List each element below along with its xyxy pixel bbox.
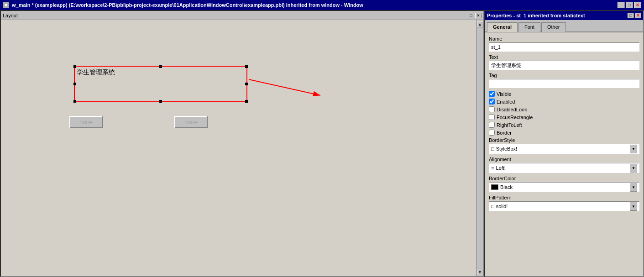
text-input[interactable] (489, 61, 639, 70)
tag-label: Tag (489, 73, 639, 78)
text-label: Text (489, 54, 639, 60)
tag-input[interactable] (489, 79, 639, 88)
main-title: w_main * (exampleapp) (E:\workspace\2-PB… (12, 2, 363, 8)
tab-other[interactable]: Other (541, 22, 566, 32)
resize-handle-mr (245, 83, 248, 85)
fillpattern-dropdown[interactable]: □ solid! ▼ (489, 201, 639, 211)
properties-content: Name Text Tag Visible Enabled (485, 32, 643, 276)
name-label: Name (489, 36, 639, 42)
alignment-label: Alignment (489, 157, 639, 162)
fillpattern-value: solid! (496, 204, 508, 209)
bordercolor-swatch (491, 184, 498, 190)
bordercolor-dropdown-arrow[interactable]: ▼ (630, 183, 637, 192)
resize-handle-ml (73, 83, 76, 85)
props-close-button[interactable]: ✕ (635, 13, 641, 18)
bordercolor-dropdown[interactable]: Black ▼ (489, 182, 639, 192)
alignment-dropdown[interactable]: ≡ Left! ▼ (489, 163, 639, 173)
alignment-icon: ≡ (491, 165, 494, 171)
main-title-bar: ■ w_main * (exampleapp) (E:\workspace\2-… (0, 0, 644, 10)
properties-panel: Properties - st_1 inherited from statict… (484, 10, 644, 277)
borderstyle-value: StyleBox! (496, 146, 517, 152)
focusrectangle-label: FocusRectangle (497, 115, 533, 120)
righttoleft-label: RightToLeft (497, 122, 522, 128)
arrow-indicator (1, 20, 476, 276)
alignment-property: Alignment ≡ Left! ▼ (489, 157, 639, 173)
minimize-button[interactable]: _ (618, 2, 625, 8)
visible-label: Visible (497, 91, 511, 97)
tab-font[interactable]: Font (518, 22, 540, 32)
name-property: Name (489, 36, 639, 52)
disabledlook-checkbox[interactable] (489, 106, 495, 112)
fillpattern-label: FillPattern (489, 195, 639, 200)
canvas-button-1[interactable]: none (69, 116, 103, 128)
focusrectangle-checkbox[interactable] (489, 114, 495, 120)
static-text-content: 学生管理系统 (77, 68, 115, 76)
border-checkbox[interactable] (489, 130, 495, 136)
border-property: Border (489, 130, 639, 136)
scroll-up-button[interactable]: ▲ (477, 21, 483, 27)
tabs-bar: General Font Other (485, 20, 643, 32)
layout-restore-button[interactable]: □ (468, 13, 474, 18)
borderstyle-label: BorderStyle (489, 137, 639, 143)
enabled-checkbox[interactable] (489, 99, 495, 105)
layout-panel-titlebar: Layout □ ✕ (1, 11, 483, 20)
resize-handle-br (245, 100, 248, 103)
tab-general[interactable]: General (487, 22, 518, 32)
layout-panel: Layout □ ✕ (0, 10, 484, 277)
properties-title: Properties - st_1 inherited from statict… (487, 13, 585, 18)
props-restore-button[interactable]: □ (628, 13, 634, 18)
fillpattern-icon: □ (491, 204, 494, 209)
enabled-property: Enabled (489, 99, 639, 105)
svg-line-1 (249, 79, 320, 95)
name-input[interactable] (489, 42, 639, 52)
app-icon: ■ (3, 2, 9, 8)
resize-handle-bl (73, 100, 76, 103)
disabledlook-property: DisabledLook (489, 106, 639, 112)
bordercolor-property: BorderColor Black ▼ (489, 176, 639, 192)
righttoleft-property: RightToLeft (489, 122, 639, 128)
resize-handle-tr (245, 65, 248, 68)
fillpattern-property: FillPattern □ solid! ▼ (489, 195, 639, 211)
layout-panel-title: Layout (3, 13, 18, 18)
focusrectangle-property: FocusRectangle (489, 114, 639, 120)
resize-handle-tl (73, 65, 76, 68)
borderstyle-dropdown-arrow[interactable]: ▼ (630, 144, 637, 153)
border-label: Border (497, 130, 512, 136)
layout-scrollbar: ▲ ▼ (476, 20, 483, 276)
alignment-value: Left! (496, 165, 505, 171)
alignment-dropdown-arrow[interactable]: ▼ (630, 163, 637, 172)
layout-canvas: 学生管理系统 none none (1, 20, 476, 276)
borderstyle-dropdown[interactable]: □ StyleBox! ▼ (489, 144, 639, 154)
bordercolor-label: BorderColor (489, 176, 639, 181)
resize-handle-tm (159, 65, 162, 68)
fillpattern-dropdown-arrow[interactable]: ▼ (630, 202, 637, 211)
layout-close-button[interactable]: ✕ (475, 13, 482, 18)
static-text-control[interactable]: 学生管理系统 (74, 66, 247, 102)
enabled-label: Enabled (497, 99, 515, 105)
disabledlook-label: DisabledLook (497, 107, 527, 112)
visible-property: Visible (489, 91, 639, 97)
borderstyle-icon: □ (491, 146, 494, 152)
scroll-down-button[interactable]: ▼ (477, 269, 483, 275)
borderstyle-property: BorderStyle □ StyleBox! ▼ (489, 137, 639, 154)
bordercolor-value: Black (500, 184, 513, 190)
text-property: Text (489, 54, 639, 70)
canvas-button-2[interactable]: none (174, 116, 208, 128)
properties-title-bar: Properties - st_1 inherited from statict… (485, 11, 643, 20)
tag-property: Tag (489, 73, 639, 88)
visible-checkbox[interactable] (489, 91, 495, 97)
resize-handle-bm (159, 100, 162, 103)
righttoleft-checkbox[interactable] (489, 122, 495, 128)
maximize-button[interactable]: □ (626, 2, 633, 8)
close-button[interactable]: ✕ (634, 2, 641, 8)
